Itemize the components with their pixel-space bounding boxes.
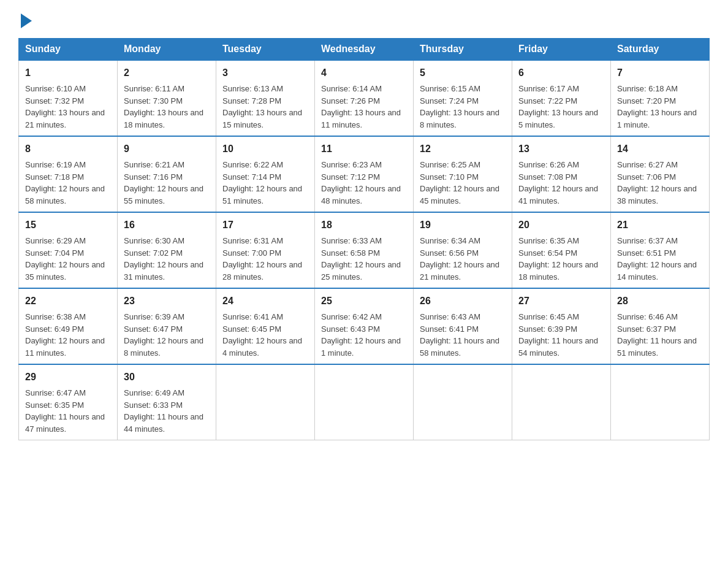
- day-number: 19: [420, 218, 506, 232]
- calendar-day: 7 Sunrise: 6:18 AMSunset: 7:20 PMDayligh…: [611, 60, 710, 136]
- header-cell-sunday: Sunday: [19, 39, 118, 61]
- day-number: 28: [617, 294, 703, 308]
- day-info: Sunrise: 6:19 AMSunset: 7:18 PMDaylight:…: [25, 159, 111, 207]
- calendar-day: [315, 364, 414, 440]
- day-info: Sunrise: 6:49 AMSunset: 6:33 PMDaylight:…: [124, 387, 210, 435]
- day-info: Sunrise: 6:41 AMSunset: 6:45 PMDaylight:…: [222, 311, 308, 359]
- header-row: SundayMondayTuesdayWednesdayThursdayFrid…: [19, 39, 710, 61]
- day-number: 24: [222, 294, 308, 308]
- calendar-day: 28 Sunrise: 6:46 AMSunset: 6:37 PMDaylig…: [611, 288, 710, 364]
- calendar-day: 27 Sunrise: 6:45 AMSunset: 6:39 PMDaylig…: [512, 288, 611, 364]
- day-info: Sunrise: 6:38 AMSunset: 6:49 PMDaylight:…: [25, 311, 111, 359]
- day-info: Sunrise: 6:46 AMSunset: 6:37 PMDaylight:…: [617, 311, 703, 359]
- day-number: 6: [518, 66, 604, 80]
- day-info: Sunrise: 6:10 AMSunset: 7:32 PMDaylight:…: [25, 83, 111, 131]
- calendar-body: 1 Sunrise: 6:10 AMSunset: 7:32 PMDayligh…: [19, 60, 710, 440]
- calendar-day: 14 Sunrise: 6:27 AMSunset: 7:06 PMDaylig…: [611, 136, 710, 212]
- day-number: 5: [420, 66, 506, 80]
- day-info: Sunrise: 6:17 AMSunset: 7:22 PMDaylight:…: [518, 83, 604, 131]
- day-info: Sunrise: 6:30 AMSunset: 7:02 PMDaylight:…: [124, 235, 210, 283]
- day-number: 26: [420, 294, 506, 308]
- day-info: Sunrise: 6:13 AMSunset: 7:28 PMDaylight:…: [222, 83, 308, 131]
- day-number: 16: [124, 218, 210, 232]
- header-cell-thursday: Thursday: [414, 39, 512, 61]
- day-number: 25: [321, 294, 407, 308]
- calendar-week-4: 22 Sunrise: 6:38 AMSunset: 6:49 PMDaylig…: [19, 288, 710, 364]
- calendar-day: 5 Sunrise: 6:15 AMSunset: 7:24 PMDayligh…: [414, 60, 512, 136]
- day-number: 18: [321, 218, 407, 232]
- calendar-day: 4 Sunrise: 6:14 AMSunset: 7:26 PMDayligh…: [315, 60, 414, 136]
- calendar-day: 24 Sunrise: 6:41 AMSunset: 6:45 PMDaylig…: [216, 288, 315, 364]
- calendar-day: 16 Sunrise: 6:30 AMSunset: 7:02 PMDaylig…: [118, 212, 216, 288]
- calendar-day: 12 Sunrise: 6:25 AMSunset: 7:10 PMDaylig…: [414, 136, 512, 212]
- day-number: 12: [420, 142, 506, 156]
- calendar-day: 2 Sunrise: 6:11 AMSunset: 7:30 PMDayligh…: [118, 60, 216, 136]
- day-info: Sunrise: 6:29 AMSunset: 7:04 PMDaylight:…: [25, 235, 111, 283]
- day-number: 9: [124, 142, 210, 156]
- day-info: Sunrise: 6:39 AMSunset: 6:47 PMDaylight:…: [124, 311, 210, 359]
- day-info: Sunrise: 6:14 AMSunset: 7:26 PMDaylight:…: [321, 83, 407, 131]
- day-number: 10: [222, 142, 308, 156]
- calendar-week-1: 1 Sunrise: 6:10 AMSunset: 7:32 PMDayligh…: [19, 60, 710, 136]
- calendar-day: [414, 364, 512, 440]
- day-number: 4: [321, 66, 407, 80]
- day-info: Sunrise: 6:21 AMSunset: 7:16 PMDaylight:…: [124, 159, 210, 207]
- day-info: Sunrise: 6:22 AMSunset: 7:14 PMDaylight:…: [222, 159, 308, 207]
- calendar-day: 8 Sunrise: 6:19 AMSunset: 7:18 PMDayligh…: [19, 136, 118, 212]
- day-info: Sunrise: 6:43 AMSunset: 6:41 PMDaylight:…: [420, 311, 506, 359]
- calendar-day: 17 Sunrise: 6:31 AMSunset: 7:00 PMDaylig…: [216, 212, 315, 288]
- page-header: [18, 12, 710, 26]
- calendar-day: 10 Sunrise: 6:22 AMSunset: 7:14 PMDaylig…: [216, 136, 315, 212]
- logo-arrow-icon: [21, 13, 32, 28]
- calendar-day: 15 Sunrise: 6:29 AMSunset: 7:04 PMDaylig…: [19, 212, 118, 288]
- calendar-day: 6 Sunrise: 6:17 AMSunset: 7:22 PMDayligh…: [512, 60, 611, 136]
- calendar-week-2: 8 Sunrise: 6:19 AMSunset: 7:18 PMDayligh…: [19, 136, 710, 212]
- day-number: 17: [222, 218, 308, 232]
- calendar-day: [611, 364, 710, 440]
- calendar-day: 18 Sunrise: 6:33 AMSunset: 6:58 PMDaylig…: [315, 212, 414, 288]
- calendar-day: 22 Sunrise: 6:38 AMSunset: 6:49 PMDaylig…: [19, 288, 118, 364]
- day-info: Sunrise: 6:15 AMSunset: 7:24 PMDaylight:…: [420, 83, 506, 131]
- calendar-header: SundayMondayTuesdayWednesdayThursdayFrid…: [19, 39, 710, 61]
- calendar-day: 19 Sunrise: 6:34 AMSunset: 6:56 PMDaylig…: [414, 212, 512, 288]
- day-number: 22: [25, 294, 111, 308]
- day-info: Sunrise: 6:26 AMSunset: 7:08 PMDaylight:…: [518, 159, 604, 207]
- day-number: 7: [617, 66, 703, 80]
- day-number: 3: [222, 66, 308, 80]
- day-number: 13: [518, 142, 604, 156]
- day-info: Sunrise: 6:35 AMSunset: 6:54 PMDaylight:…: [518, 235, 604, 283]
- calendar-day: 1 Sunrise: 6:10 AMSunset: 7:32 PMDayligh…: [19, 60, 118, 136]
- calendar-day: 26 Sunrise: 6:43 AMSunset: 6:41 PMDaylig…: [414, 288, 512, 364]
- calendar-table: SundayMondayTuesdayWednesdayThursdayFrid…: [18, 38, 710, 440]
- logo: [18, 12, 32, 26]
- day-info: Sunrise: 6:42 AMSunset: 6:43 PMDaylight:…: [321, 311, 407, 359]
- day-number: 8: [25, 142, 111, 156]
- calendar-day: 23 Sunrise: 6:39 AMSunset: 6:47 PMDaylig…: [118, 288, 216, 364]
- day-number: 14: [617, 142, 703, 156]
- day-info: Sunrise: 6:25 AMSunset: 7:10 PMDaylight:…: [420, 159, 506, 207]
- day-number: 2: [124, 66, 210, 80]
- calendar-day: 30 Sunrise: 6:49 AMSunset: 6:33 PMDaylig…: [118, 364, 216, 440]
- day-number: 23: [124, 294, 210, 308]
- header-cell-monday: Monday: [118, 39, 216, 61]
- calendar-day: 20 Sunrise: 6:35 AMSunset: 6:54 PMDaylig…: [512, 212, 611, 288]
- calendar-day: 3 Sunrise: 6:13 AMSunset: 7:28 PMDayligh…: [216, 60, 315, 136]
- day-info: Sunrise: 6:34 AMSunset: 6:56 PMDaylight:…: [420, 235, 506, 283]
- day-number: 21: [617, 218, 703, 232]
- header-cell-saturday: Saturday: [611, 39, 710, 61]
- day-number: 1: [25, 66, 111, 80]
- calendar-week-3: 15 Sunrise: 6:29 AMSunset: 7:04 PMDaylig…: [19, 212, 710, 288]
- day-info: Sunrise: 6:33 AMSunset: 6:58 PMDaylight:…: [321, 235, 407, 283]
- day-info: Sunrise: 6:18 AMSunset: 7:20 PMDaylight:…: [617, 83, 703, 131]
- calendar-week-5: 29 Sunrise: 6:47 AMSunset: 6:35 PMDaylig…: [19, 364, 710, 440]
- calendar-day: 21 Sunrise: 6:37 AMSunset: 6:51 PMDaylig…: [611, 212, 710, 288]
- header-cell-tuesday: Tuesday: [216, 39, 315, 61]
- day-number: 30: [124, 370, 210, 385]
- day-info: Sunrise: 6:45 AMSunset: 6:39 PMDaylight:…: [518, 311, 604, 359]
- day-info: Sunrise: 6:47 AMSunset: 6:35 PMDaylight:…: [25, 387, 111, 435]
- day-info: Sunrise: 6:27 AMSunset: 7:06 PMDaylight:…: [617, 159, 703, 207]
- calendar-day: 9 Sunrise: 6:21 AMSunset: 7:16 PMDayligh…: [118, 136, 216, 212]
- day-number: 15: [25, 218, 111, 232]
- header-cell-wednesday: Wednesday: [315, 39, 414, 61]
- day-info: Sunrise: 6:31 AMSunset: 7:00 PMDaylight:…: [222, 235, 308, 283]
